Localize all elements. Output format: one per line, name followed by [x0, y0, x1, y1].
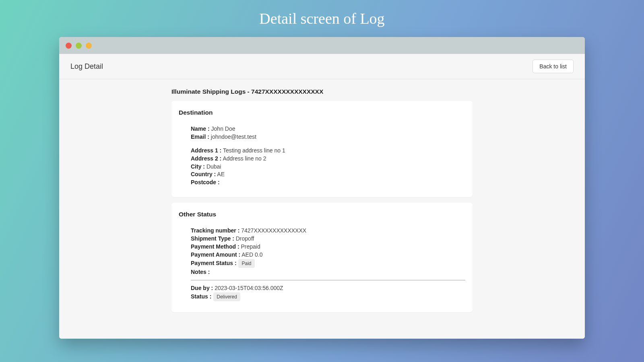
email-label: Email :: [191, 134, 209, 140]
address1-label: Address 1 :: [191, 147, 221, 154]
destination-heading: Destination: [179, 109, 465, 116]
payment-amount-value: AED 0.0: [242, 251, 262, 258]
minimize-icon[interactable]: [76, 43, 82, 49]
field-row: Name : John Doe: [191, 125, 465, 133]
city-value: Dubai: [206, 163, 221, 170]
address2-label: Address 2 :: [191, 155, 221, 162]
field-row: Due by : 2023-03-15T04:03:56.000Z: [191, 284, 465, 292]
field-row: Notes :: [191, 268, 465, 276]
email-value: johndoe@test.test: [211, 134, 256, 140]
field-row: Payment Amount : AED 0.0: [191, 251, 465, 259]
destination-card: Destination Name : John Doe Email : john…: [171, 101, 473, 197]
status-badge: Delivered: [213, 292, 240, 301]
field-row: City : Dubai: [191, 163, 465, 171]
header-title: Log Detail: [70, 62, 103, 71]
maximize-icon[interactable]: [86, 43, 92, 49]
record-title: Illuminate Shipping Logs - 7427XXXXXXXXX…: [171, 88, 473, 95]
status-card: Other Status Tracking number : 7427XXXXX…: [171, 203, 473, 312]
destination-fields: Name : John Doe Email : johndoe@test.tes…: [179, 125, 465, 186]
name-label: Name :: [191, 125, 210, 132]
field-row: Payment Method : Prepaid: [191, 243, 465, 251]
divider: [191, 280, 465, 280]
status-label: Status :: [191, 293, 211, 300]
status-heading: Other Status: [179, 211, 465, 218]
field-row: Address 1 : Testing address line no 1: [191, 147, 465, 154]
page-caption: Detail screen of Log: [0, 0, 644, 37]
payment-status-label: Payment Status :: [191, 260, 237, 266]
field-row: Status : Delivered: [191, 292, 465, 301]
payment-method-label: Payment Method :: [191, 243, 239, 250]
field-row: Country : AE: [191, 171, 465, 178]
content-area: Illuminate Shipping Logs - 7427XXXXXXXXX…: [59, 79, 585, 339]
field-row: Shipment Type : Dropoff: [191, 235, 465, 243]
field-row: Tracking number : 7427XXXXXXXXXXXXXX: [191, 227, 465, 234]
notes-label: Notes :: [191, 269, 210, 275]
payment-method-value: Prepaid: [241, 243, 260, 250]
city-label: City :: [191, 163, 205, 170]
window-titlebar: [59, 37, 585, 54]
name-value: John Doe: [211, 125, 235, 132]
close-icon[interactable]: [66, 43, 72, 49]
back-to-list-button[interactable]: Back to list: [533, 60, 574, 73]
payment-status-badge: Paid: [238, 259, 254, 268]
app-window: Log Detail Back to list Illuminate Shipp…: [59, 37, 585, 339]
address2-value: Address line no 2: [223, 155, 266, 162]
field-row: Address 2 : Address line no 2: [191, 155, 465, 162]
field-row: Email : johndoe@test.test: [191, 133, 465, 141]
payment-amount-label: Payment Amount :: [191, 251, 240, 258]
shipment-type-value: Dropoff: [236, 235, 254, 242]
status-fields: Tracking number : 7427XXXXXXXXXXXXXX Shi…: [179, 227, 465, 301]
page-header: Log Detail Back to list: [59, 54, 585, 79]
field-row: Postcode :: [191, 179, 465, 186]
tracking-label: Tracking number :: [191, 227, 239, 234]
field-row: Payment Status : Paid: [191, 259, 465, 268]
due-by-label: Due by :: [191, 285, 213, 291]
shipment-type-label: Shipment Type :: [191, 235, 234, 242]
due-by-value: 2023-03-15T04:03:56.000Z: [215, 285, 283, 291]
tracking-value: 7427XXXXXXXXXXXXXX: [241, 227, 306, 234]
address1-value: Testing address line no 1: [223, 147, 285, 154]
postcode-label: Postcode :: [191, 179, 220, 185]
country-value: AE: [217, 171, 225, 177]
country-label: Country :: [191, 171, 216, 177]
